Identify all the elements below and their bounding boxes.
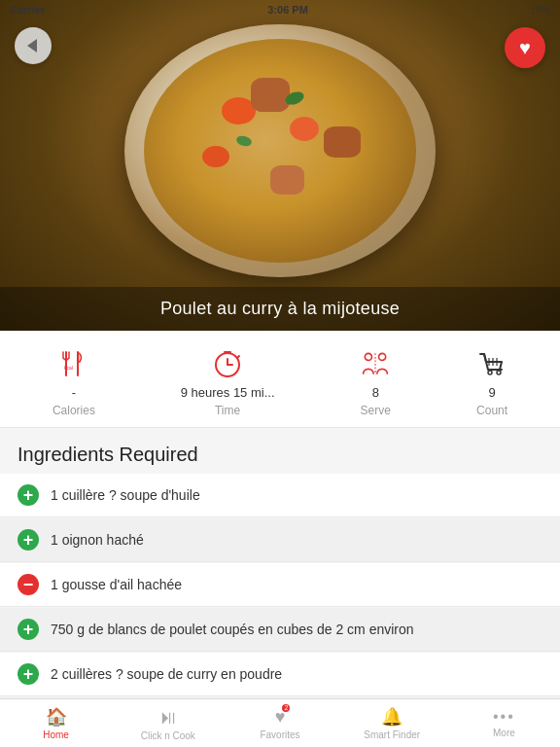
time-value: 9 heures 15 mi...	[181, 385, 275, 400]
svg-text:kcal: kcal	[64, 365, 73, 371]
recipe-title: Poulet au curry à la mijoteuse	[160, 299, 400, 318]
stat-time: 9 heures 15 mi... Time	[181, 346, 275, 417]
svg-point-18	[488, 371, 492, 374]
time-text: 3:06 PM	[267, 4, 308, 16]
favorites-badge: 2	[282, 704, 290, 712]
ingredient-item: +750 g de blancs de poulet coupés en cub…	[0, 608, 560, 652]
tab-smartfinder[interactable]: 🔔 Smart Finder	[336, 706, 448, 740]
more-tab-icon: •••	[493, 708, 515, 726]
ingredient-text: 750 g de blancs de poulet coupés en cube…	[51, 622, 414, 637]
favorites-badge-container: ♥ 2	[275, 707, 286, 728]
svg-point-13	[379, 353, 386, 360]
calories-icon: kcal	[58, 346, 89, 381]
svg-point-19	[497, 371, 501, 374]
ingredient-item: −1 gousse d'ail hachée	[0, 563, 560, 607]
calories-label: Calories	[52, 404, 95, 417]
ingredient-text: 1 oignon haché	[51, 532, 144, 548]
plus-icon: +	[18, 484, 39, 506]
ingredients-section: Ingredients Required +1 cuillère ? soupe…	[0, 428, 560, 708]
back-arrow-icon	[27, 39, 37, 53]
calories-value: -	[72, 385, 76, 400]
tab-more[interactable]: ••• More	[448, 708, 560, 738]
stat-serve: 8 Serve	[360, 346, 391, 417]
dish-image	[124, 24, 436, 277]
hero-section: ♥ Poulet au curry à la mijoteuse	[0, 0, 560, 331]
serve-label: Serve	[361, 404, 391, 417]
tab-home[interactable]: 🏠 Home	[0, 706, 112, 740]
clock-icon	[212, 346, 243, 381]
cart-icon	[476, 346, 508, 381]
favorites-tab-label: Favorites	[260, 729, 299, 740]
back-button[interactable]	[15, 27, 52, 64]
ingredient-item: +1 oignon haché	[0, 518, 560, 562]
hero-background	[0, 0, 560, 331]
ingredient-text: 1 gousse d'ail hachée	[51, 577, 182, 592]
favorite-button[interactable]: ♥	[505, 27, 545, 68]
ingredient-item: +1 cuillère ? soupe d'huile	[0, 474, 560, 517]
home-tab-label: Home	[43, 729, 69, 740]
ingredients-list: +1 cuillère ? soupe d'huile+1 oignon hac…	[0, 474, 560, 708]
people-icon	[360, 346, 391, 381]
minus-icon: −	[18, 574, 39, 595]
tab-clickncook[interactable]: ⏯ Click n Cook	[112, 706, 224, 741]
ingredient-item: +2 cuillères ? soupe de curry en poudre	[0, 653, 560, 696]
smartfinder-tab-icon: 🔔	[381, 706, 402, 728]
ingredients-header: Ingredients Required	[0, 428, 560, 474]
clickncook-tab-icon: ⏯	[158, 706, 178, 729]
tab-favorites[interactable]: ♥ 2 Favorites	[224, 707, 335, 740]
count-label: Count	[476, 404, 508, 417]
count-value: 9	[488, 385, 495, 400]
serve-value: 8	[372, 385, 379, 400]
heart-icon: ♥	[519, 38, 531, 57]
more-tab-label: More	[493, 728, 515, 738]
svg-line-11	[237, 356, 239, 358]
plus-icon: +	[18, 663, 39, 685]
ingredient-text: 2 cuillères ? soupe de curry en poudre	[51, 666, 282, 682]
carrier-text: Carrier	[10, 4, 45, 16]
plus-icon: +	[18, 529, 39, 551]
stat-count: 9 Count	[476, 346, 508, 417]
tab-bar: 🏠 Home ⏯ Click n Cook ♥ 2 Favorites 🔔 Sm…	[0, 698, 560, 747]
stat-calories: kcal - Calories	[52, 346, 95, 417]
stats-section: kcal - Calories 9 heures 15 mi... Time	[0, 331, 560, 428]
clickncook-tab-label: Click n Cook	[141, 730, 195, 741]
svg-point-12	[366, 353, 372, 360]
time-label: Time	[215, 404, 240, 417]
plus-icon: +	[18, 619, 39, 640]
recipe-title-overlay: Poulet au curry à la mijoteuse	[0, 287, 560, 331]
status-bar: Carrier 3:06 PM 18%	[0, 0, 560, 19]
home-tab-icon: 🏠	[46, 706, 67, 728]
ingredient-text: 1 cuillère ? soupe d'huile	[51, 487, 200, 503]
battery-text: 18%	[531, 5, 550, 16]
smartfinder-tab-label: Smart Finder	[364, 729, 420, 740]
